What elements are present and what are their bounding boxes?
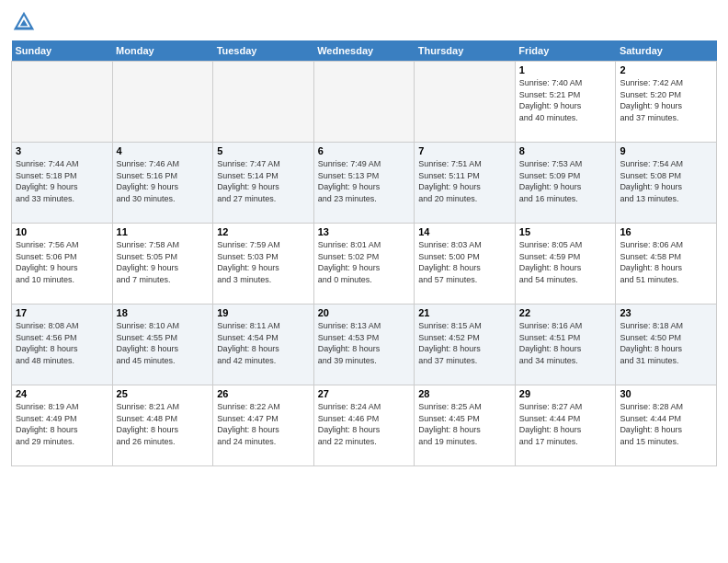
day-info: Sunrise: 8:11 AM Sunset: 4:54 PM Dayligh… bbox=[217, 320, 310, 366]
day-info: Sunrise: 8:06 AM Sunset: 4:58 PM Dayligh… bbox=[620, 239, 712, 285]
calendar-cell: 22Sunrise: 8:16 AM Sunset: 4:51 PM Dayli… bbox=[515, 304, 616, 385]
calendar-cell: 8Sunrise: 7:53 AM Sunset: 5:09 PM Daylig… bbox=[515, 143, 616, 224]
calendar-cell: 24Sunrise: 8:19 AM Sunset: 4:49 PM Dayli… bbox=[12, 385, 113, 466]
day-info: Sunrise: 7:44 AM Sunset: 5:18 PM Dayligh… bbox=[16, 158, 108, 204]
calendar-cell: 5Sunrise: 7:47 AM Sunset: 5:14 PM Daylig… bbox=[213, 143, 314, 224]
weekday-thursday: Thursday bbox=[415, 40, 516, 62]
day-number: 10 bbox=[16, 226, 108, 237]
calendar-cell bbox=[112, 62, 213, 143]
day-info: Sunrise: 7:54 AM Sunset: 5:08 PM Dayligh… bbox=[620, 158, 712, 204]
day-number: 16 bbox=[620, 226, 712, 237]
calendar-cell: 1Sunrise: 7:40 AM Sunset: 5:21 PM Daylig… bbox=[515, 62, 616, 143]
calendar-cell: 4Sunrise: 7:46 AM Sunset: 5:16 PM Daylig… bbox=[112, 143, 213, 224]
day-number: 19 bbox=[217, 307, 310, 318]
day-number: 1 bbox=[519, 64, 612, 75]
day-info: Sunrise: 8:03 AM Sunset: 5:00 PM Dayligh… bbox=[418, 239, 511, 285]
calendar-cell: 30Sunrise: 8:28 AM Sunset: 4:44 PM Dayli… bbox=[616, 385, 717, 466]
day-number: 8 bbox=[519, 145, 612, 156]
day-info: Sunrise: 8:18 AM Sunset: 4:50 PM Dayligh… bbox=[620, 320, 712, 366]
day-info: Sunrise: 8:13 AM Sunset: 4:53 PM Dayligh… bbox=[318, 320, 411, 366]
calendar-cell bbox=[313, 62, 415, 143]
calendar-cell bbox=[213, 62, 314, 143]
day-number: 14 bbox=[418, 226, 511, 237]
calendar-cell bbox=[415, 62, 516, 143]
calendar-cell: 3Sunrise: 7:44 AM Sunset: 5:18 PM Daylig… bbox=[12, 143, 113, 224]
logo bbox=[11, 9, 40, 35]
calendar-cell: 27Sunrise: 8:24 AM Sunset: 4:46 PM Dayli… bbox=[313, 385, 415, 466]
weekday-tuesday: Tuesday bbox=[213, 40, 314, 62]
calendar-cell: 26Sunrise: 8:22 AM Sunset: 4:47 PM Dayli… bbox=[213, 385, 314, 466]
day-info: Sunrise: 7:58 AM Sunset: 5:05 PM Dayligh… bbox=[117, 239, 210, 285]
day-number: 17 bbox=[16, 307, 108, 318]
calendar-cell: 6Sunrise: 7:49 AM Sunset: 5:13 PM Daylig… bbox=[313, 143, 415, 224]
week-row-2: 3Sunrise: 7:44 AM Sunset: 5:18 PM Daylig… bbox=[12, 143, 717, 224]
day-info: Sunrise: 8:28 AM Sunset: 4:44 PM Dayligh… bbox=[620, 401, 712, 447]
day-number: 25 bbox=[117, 388, 210, 399]
day-info: Sunrise: 8:08 AM Sunset: 4:56 PM Dayligh… bbox=[16, 320, 108, 366]
day-info: Sunrise: 8:16 AM Sunset: 4:51 PM Dayligh… bbox=[519, 320, 612, 366]
day-number: 2 bbox=[620, 64, 712, 75]
day-info: Sunrise: 8:24 AM Sunset: 4:46 PM Dayligh… bbox=[318, 401, 411, 447]
weekday-friday: Friday bbox=[515, 40, 616, 62]
week-row-3: 10Sunrise: 7:56 AM Sunset: 5:06 PM Dayli… bbox=[12, 224, 717, 304]
day-number: 24 bbox=[16, 388, 108, 399]
weekday-monday: Monday bbox=[112, 40, 213, 62]
calendar-cell: 19Sunrise: 8:11 AM Sunset: 4:54 PM Dayli… bbox=[213, 304, 314, 385]
day-number: 27 bbox=[318, 388, 411, 399]
page-container: SundayMondayTuesdayWednesdayThursdayFrid… bbox=[0, 0, 728, 476]
week-row-4: 17Sunrise: 8:08 AM Sunset: 4:56 PM Dayli… bbox=[12, 304, 717, 385]
day-info: Sunrise: 8:15 AM Sunset: 4:52 PM Dayligh… bbox=[418, 320, 511, 366]
weekday-saturday: Saturday bbox=[616, 40, 717, 62]
day-number: 7 bbox=[418, 145, 511, 156]
calendar-cell: 17Sunrise: 8:08 AM Sunset: 4:56 PM Dayli… bbox=[12, 304, 113, 385]
weekday-header-row: SundayMondayTuesdayWednesdayThursdayFrid… bbox=[12, 40, 717, 62]
calendar-cell: 20Sunrise: 8:13 AM Sunset: 4:53 PM Dayli… bbox=[313, 304, 415, 385]
day-number: 22 bbox=[519, 307, 612, 318]
calendar-cell: 18Sunrise: 8:10 AM Sunset: 4:55 PM Dayli… bbox=[112, 304, 213, 385]
day-info: Sunrise: 7:42 AM Sunset: 5:20 PM Dayligh… bbox=[620, 77, 712, 123]
day-info: Sunrise: 8:22 AM Sunset: 4:47 PM Dayligh… bbox=[217, 401, 310, 447]
header bbox=[11, 9, 717, 35]
day-info: Sunrise: 7:59 AM Sunset: 5:03 PM Dayligh… bbox=[217, 239, 310, 285]
day-number: 11 bbox=[117, 226, 210, 237]
day-number: 3 bbox=[16, 145, 108, 156]
day-info: Sunrise: 8:21 AM Sunset: 4:48 PM Dayligh… bbox=[117, 401, 210, 447]
calendar-cell: 12Sunrise: 7:59 AM Sunset: 5:03 PM Dayli… bbox=[213, 224, 314, 304]
calendar-cell: 23Sunrise: 8:18 AM Sunset: 4:50 PM Dayli… bbox=[616, 304, 717, 385]
calendar-cell: 14Sunrise: 8:03 AM Sunset: 5:00 PM Dayli… bbox=[415, 224, 516, 304]
weekday-sunday: Sunday bbox=[12, 40, 113, 62]
day-number: 4 bbox=[117, 145, 210, 156]
day-number: 28 bbox=[418, 388, 511, 399]
day-number: 9 bbox=[620, 145, 712, 156]
calendar-cell: 16Sunrise: 8:06 AM Sunset: 4:58 PM Dayli… bbox=[616, 224, 717, 304]
day-info: Sunrise: 7:51 AM Sunset: 5:11 PM Dayligh… bbox=[418, 158, 511, 204]
day-info: Sunrise: 7:40 AM Sunset: 5:21 PM Dayligh… bbox=[519, 77, 612, 123]
calendar-cell: 21Sunrise: 8:15 AM Sunset: 4:52 PM Dayli… bbox=[415, 304, 516, 385]
day-info: Sunrise: 7:49 AM Sunset: 5:13 PM Dayligh… bbox=[318, 158, 411, 204]
calendar-table: SundayMondayTuesdayWednesdayThursdayFrid… bbox=[11, 40, 717, 466]
day-number: 21 bbox=[418, 307, 511, 318]
day-number: 6 bbox=[318, 145, 411, 156]
day-info: Sunrise: 8:25 AM Sunset: 4:45 PM Dayligh… bbox=[418, 401, 511, 447]
day-info: Sunrise: 8:10 AM Sunset: 4:55 PM Dayligh… bbox=[117, 320, 210, 366]
day-number: 12 bbox=[217, 226, 310, 237]
calendar-cell: 15Sunrise: 8:05 AM Sunset: 4:59 PM Dayli… bbox=[515, 224, 616, 304]
week-row-5: 24Sunrise: 8:19 AM Sunset: 4:49 PM Dayli… bbox=[12, 385, 717, 466]
day-number: 30 bbox=[620, 388, 712, 399]
day-number: 5 bbox=[217, 145, 310, 156]
day-info: Sunrise: 8:01 AM Sunset: 5:02 PM Dayligh… bbox=[318, 239, 411, 285]
day-number: 15 bbox=[519, 226, 612, 237]
calendar-cell: 28Sunrise: 8:25 AM Sunset: 4:45 PM Dayli… bbox=[415, 385, 516, 466]
calendar-cell: 7Sunrise: 7:51 AM Sunset: 5:11 PM Daylig… bbox=[415, 143, 516, 224]
logo-icon bbox=[11, 9, 37, 35]
day-info: Sunrise: 7:56 AM Sunset: 5:06 PM Dayligh… bbox=[16, 239, 108, 285]
calendar-cell: 9Sunrise: 7:54 AM Sunset: 5:08 PM Daylig… bbox=[616, 143, 717, 224]
day-number: 20 bbox=[318, 307, 411, 318]
calendar-cell: 29Sunrise: 8:27 AM Sunset: 4:44 PM Dayli… bbox=[515, 385, 616, 466]
calendar-cell: 11Sunrise: 7:58 AM Sunset: 5:05 PM Dayli… bbox=[112, 224, 213, 304]
day-info: Sunrise: 7:53 AM Sunset: 5:09 PM Dayligh… bbox=[519, 158, 612, 204]
calendar-cell: 13Sunrise: 8:01 AM Sunset: 5:02 PM Dayli… bbox=[313, 224, 415, 304]
day-number: 13 bbox=[318, 226, 411, 237]
day-number: 23 bbox=[620, 307, 712, 318]
day-number: 18 bbox=[117, 307, 210, 318]
